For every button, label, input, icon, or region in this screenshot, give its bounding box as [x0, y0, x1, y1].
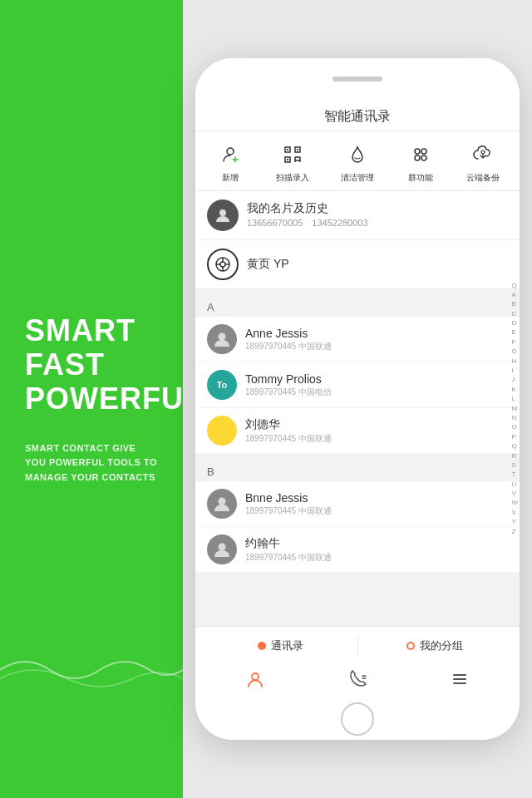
toolbar-cloud[interactable]: 云端备份 — [466, 140, 500, 184]
toolbar-group-label: 群功能 — [408, 172, 433, 184]
tommy-name: Tommy Prolios — [245, 372, 332, 386]
yp-name: 黄页 YP — [247, 257, 289, 272]
bottom-nav — [204, 665, 511, 693]
tab-mygroup-label: 我的分组 — [420, 638, 463, 653]
mygroup-radio — [406, 642, 415, 650]
anne-info: Anne Jessis 18997970445 中国联通 — [245, 327, 332, 352]
tommy-avatar: To — [207, 370, 237, 400]
svg-point-29 — [252, 673, 259, 680]
contacts-radio — [258, 642, 266, 650]
phone-top-bar — [195, 58, 520, 100]
svg-point-13 — [415, 149, 420, 154]
special-items-group: 我的名片及历史 13656670005 13452280003 — [195, 191, 520, 289]
right-panel: 智能通讯录 新增 — [183, 0, 532, 798]
alpha-index[interactable]: Q A B C D E F G H I J K L M N O P — [511, 281, 518, 536]
yuehan-name: 约翰牛 — [245, 536, 332, 551]
svg-point-19 — [219, 209, 226, 216]
svg-rect-6 — [287, 149, 288, 150]
toolbar-clean-label: 清洁管理 — [341, 172, 374, 184]
tab-row: 通讯录 我的分组 — [204, 633, 511, 658]
yuehan-phone: 18997970445 中国联通 — [245, 552, 332, 564]
toolbar-add[interactable]: 新增 — [215, 140, 245, 184]
my-card-item[interactable]: 我的名片及历史 13656670005 13452280003 — [195, 191, 520, 240]
yuehan-avatar — [207, 534, 237, 564]
phone-frame: 智能通讯录 新增 — [195, 58, 520, 740]
yp-avatar — [207, 249, 239, 280]
bottom-tabs: 通讯录 我的分组 — [195, 626, 520, 698]
cloud-icon — [468, 140, 498, 170]
svg-point-15 — [415, 155, 420, 160]
wave-decoration — [0, 645, 183, 698]
svg-point-26 — [219, 333, 226, 341]
app-title: 智能通讯录 — [324, 109, 391, 123]
app-header: 智能通讯录 — [195, 100, 520, 131]
bnne-info: Bnne Jessis 18997970445 中国联通 — [245, 491, 332, 517]
liu-phone: 18997970445 中国联通 — [245, 433, 332, 445]
liu-name: 刘德华 — [245, 417, 332, 432]
contact-liu[interactable]: 刘德华 18997970445 中国联通 — [195, 408, 520, 454]
subtext: SMART CONTACT GIVE YOU POWERFUL TOOLS TO… — [25, 441, 158, 485]
nav-call-icon[interactable] — [341, 667, 374, 692]
toolbar-clean[interactable]: 清洁管理 — [341, 140, 374, 184]
anne-name: Anne Jessis — [245, 327, 332, 340]
svg-point-0 — [227, 148, 234, 155]
anne-phone: 18997970445 中国联通 — [245, 341, 332, 352]
nav-contacts-icon[interactable] — [239, 667, 272, 692]
svg-point-21 — [220, 262, 225, 267]
svg-rect-7 — [297, 149, 298, 150]
anne-avatar — [207, 324, 237, 354]
yellow-pages-item[interactable]: 黄页 YP — [195, 240, 520, 289]
tab-contacts[interactable]: 通讯录 — [204, 633, 357, 658]
svg-rect-8 — [287, 159, 288, 160]
left-panel: SMARTFASTPOWERFUL SMART CONTACT GIVE YOU… — [0, 0, 183, 798]
phone-bottom-bar — [195, 698, 520, 740]
headline: SMARTFASTPOWERFUL — [25, 313, 158, 416]
svg-point-16 — [421, 155, 426, 160]
contact-bnne[interactable]: Bnne Jessis 18997970445 中国联通 — [195, 481, 520, 527]
bnne-avatar — [207, 489, 237, 519]
contact-list[interactable]: 我的名片及历史 13656670005 13452280003 — [195, 191, 520, 626]
group-icon — [406, 140, 436, 170]
toolbar-group[interactable]: 群功能 — [406, 140, 436, 184]
section-a-header: A — [195, 296, 520, 317]
add-icon — [215, 140, 245, 170]
toolbar-cloud-label: 云端备份 — [466, 172, 500, 184]
svg-point-17 — [481, 150, 485, 154]
my-card-info: 我的名片及历史 13656670005 13452280003 — [247, 201, 368, 229]
section-a-group: Anne Jessis 18997970445 中国联通 To Tommy Pr… — [195, 317, 520, 454]
phone-speaker — [332, 76, 382, 81]
toolbar-scan-label: 扫描录入 — [276, 172, 309, 184]
toolbar-scan[interactable]: 扫描录入 — [276, 140, 309, 184]
section-b-header: B — [195, 461, 520, 481]
toolbar-add-label: 新增 — [222, 172, 239, 184]
yp-info: 黄页 YP — [247, 257, 289, 272]
contact-tommy[interactable]: To Tommy Prolios 18997970445 中国电信 — [195, 362, 520, 408]
tommy-info: Tommy Prolios 18997970445 中国电信 — [245, 372, 332, 398]
contact-yuehan[interactable]: 约翰牛 18997970445 中国联通 — [195, 527, 520, 573]
contact-anne[interactable]: Anne Jessis 18997970445 中国联通 — [195, 317, 520, 362]
toolbar: 新增 — [195, 131, 520, 191]
svg-point-14 — [421, 149, 426, 154]
bnne-name: Bnne Jessis — [245, 491, 332, 505]
my-card-avatar — [207, 200, 239, 231]
tab-contacts-label: 通讯录 — [271, 638, 303, 653]
svg-point-28 — [219, 544, 226, 551]
tab-mygroup[interactable]: 我的分组 — [358, 633, 512, 658]
yuehan-info: 约翰牛 18997970445 中国联通 — [245, 536, 332, 564]
scan-icon — [278, 140, 308, 170]
app-content: 智能通讯录 新增 — [195, 100, 520, 698]
tommy-phone: 18997970445 中国电信 — [245, 387, 332, 398]
my-card-phone: 13656670005 13452280003 — [247, 217, 368, 229]
svg-point-27 — [219, 498, 226, 505]
bnne-phone: 18997970445 中国联通 — [245, 505, 332, 517]
liu-avatar — [207, 416, 237, 446]
home-button[interactable] — [341, 702, 374, 736]
clean-icon — [342, 140, 372, 170]
section-b-group: Bnne Jessis 18997970445 中国联通 约翰牛 — [195, 481, 520, 573]
nav-menu-icon[interactable] — [443, 667, 476, 692]
my-card-name: 我的名片及历史 — [247, 201, 368, 216]
liu-info: 刘德华 18997970445 中国联通 — [245, 417, 332, 445]
